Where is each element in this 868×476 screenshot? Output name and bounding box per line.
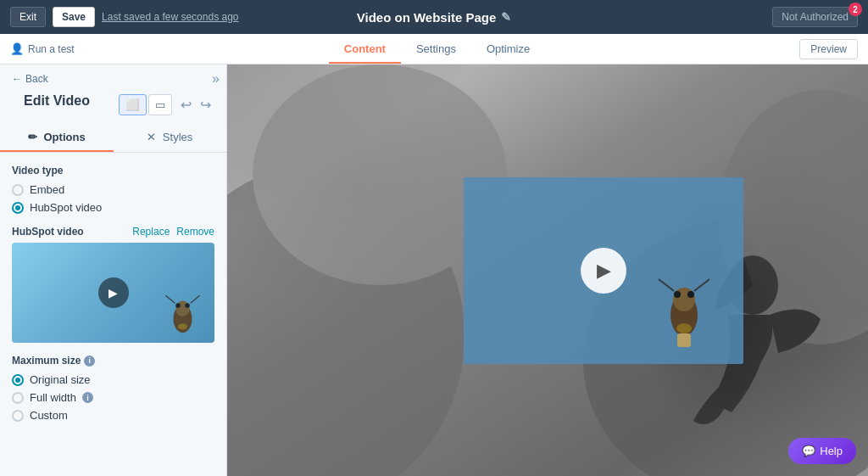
svg-point-3 [185, 303, 190, 308]
back-arrow-icon: ← [12, 73, 22, 85]
background-image: ▶ [227, 64, 868, 476]
svg-point-14 [674, 291, 681, 298]
embed-bug-graphic [650, 262, 718, 347]
top-bar-left: Exit Save Last saved a few seconds ago [10, 7, 238, 27]
video-embed-overlay[interactable]: ▶ [464, 177, 743, 364]
max-size-header: Maximum size i [12, 355, 214, 367]
options-tab-icon: ✏ [28, 131, 37, 143]
original-size-radio[interactable] [12, 374, 24, 386]
hubspot-video-section: HubSpot video Replace Remove ▶ [0, 226, 226, 343]
video-section-header: HubSpot video Replace Remove [12, 226, 214, 238]
redo-button[interactable]: ↪ [197, 95, 214, 115]
run-test-button[interactable]: 👤 Run a test [10, 42, 75, 55]
undo-redo-controls: ↩ ↪ [177, 95, 214, 115]
help-button[interactable]: 💬 Help [788, 438, 856, 464]
sidebar-toolbar: Edit Video ⬜ ▭ ↩ ↪ [0, 88, 226, 124]
collapse-sidebar-icon[interactable]: » [212, 71, 220, 87]
thumbnail-play-button[interactable]: ▶ [98, 277, 129, 308]
svg-line-5 [191, 295, 200, 303]
edit-title-icon[interactable]: ✎ [501, 10, 511, 24]
hubspot-video-option[interactable]: HubSpot video [12, 201, 214, 214]
svg-line-16 [659, 279, 674, 291]
tab-settings[interactable]: Settings [401, 36, 471, 64]
help-label: Help [820, 445, 843, 457]
back-label: Back [25, 73, 48, 85]
max-size-info-icon[interactable]: i [84, 356, 95, 367]
svg-point-15 [687, 291, 694, 298]
embed-label: Embed [30, 183, 64, 196]
main-layout: » ← Back Edit Video ⬜ ▭ ↩ ↪ [0, 64, 868, 476]
not-authorized-button[interactable]: Not Authorized 2 [772, 7, 858, 27]
custom-label: Custom [30, 409, 68, 422]
replace-link[interactable]: Replace [132, 226, 170, 238]
top-bar-right: Not Authorized 2 [772, 7, 858, 27]
hubspot-label: HubSpot video [30, 201, 102, 214]
last-saved-text: Last saved a few seconds ago [102, 11, 238, 23]
embed-radio[interactable] [12, 184, 24, 196]
svg-point-1 [175, 301, 190, 316]
view-toggles: ⬜ ▭ [119, 94, 172, 115]
styles-tab-icon: ✕ [147, 131, 156, 143]
bug-thumbnail-graphic [159, 283, 206, 339]
sidebar: » ← Back Edit Video ⬜ ▭ ↩ ↪ [0, 64, 227, 476]
desktop-view-button[interactable]: ⬜ [119, 94, 147, 115]
full-width-radio[interactable] [12, 392, 24, 404]
full-width-label: Full width [30, 391, 76, 404]
page-title-text: Video on Website Page [357, 10, 497, 25]
svg-point-6 [178, 323, 187, 329]
desktop-icon: ⬜ [125, 98, 140, 111]
svg-rect-19 [677, 333, 691, 347]
help-icon: 💬 [802, 445, 815, 457]
mobile-icon: ▭ [155, 98, 165, 111]
tab-optimize[interactable]: Optimize [471, 36, 545, 64]
embed-option[interactable]: Embed [12, 183, 214, 196]
original-size-option[interactable]: Original size [12, 373, 214, 386]
undo-button[interactable]: ↩ [177, 95, 195, 115]
notification-badge: 2 [849, 3, 862, 16]
back-button[interactable]: ← Back [0, 64, 226, 88]
run-test-icon: 👤 [10, 42, 24, 55]
main-tabs: Content Settings Optimize [329, 36, 545, 63]
sidebar-title: Edit Video [12, 92, 102, 117]
exit-button[interactable]: Exit [10, 7, 46, 27]
hubspot-radio[interactable] [12, 202, 24, 214]
tab-options[interactable]: ✏ Options [0, 124, 114, 152]
styles-tab-label: Styles [163, 131, 192, 143]
video-type-section: Video type Embed HubSpot video [0, 153, 226, 214]
remove-link[interactable]: Remove [176, 226, 214, 238]
run-test-label: Run a test [28, 43, 75, 55]
secondary-bar: 👤 Run a test Content Settings Optimize P… [0, 34, 868, 64]
top-bar: Exit Save Last saved a few seconds ago V… [0, 0, 868, 34]
custom-option[interactable]: Custom [12, 409, 214, 422]
video-type-label: Video type [12, 165, 214, 176]
sidebar-tabs: ✏ Options ✕ Styles [0, 124, 226, 153]
video-type-options: Embed HubSpot video [12, 183, 214, 214]
page-title: Video on Website Page ✎ [357, 10, 512, 25]
svg-point-2 [175, 303, 181, 308]
svg-line-17 [694, 279, 709, 291]
embed-play-button[interactable]: ▶ [581, 248, 626, 294]
svg-point-18 [676, 323, 692, 333]
max-size-section: Maximum size i Original size Full width … [0, 343, 226, 422]
full-width-info-icon[interactable]: i [82, 392, 93, 403]
options-tab-label: Options [44, 131, 86, 143]
video-thumbnail[interactable]: ▶ [12, 243, 214, 343]
custom-radio[interactable] [12, 410, 24, 422]
svg-line-4 [165, 295, 175, 303]
not-authorized-label: Not Authorized [782, 11, 849, 23]
mobile-view-button[interactable]: ▭ [148, 94, 172, 115]
original-size-label: Original size [30, 373, 91, 386]
hubspot-video-section-label: HubSpot video [12, 226, 84, 238]
full-width-option[interactable]: Full width i [12, 391, 214, 404]
save-button[interactable]: Save [53, 7, 95, 27]
content-area: ▶ 💬 Help [227, 64, 868, 476]
tab-content[interactable]: Content [329, 36, 401, 64]
preview-button[interactable]: Preview [799, 39, 858, 59]
video-actions: Replace Remove [132, 226, 214, 238]
top-bar-center: Video on Website Page ✎ [357, 10, 512, 25]
tab-styles[interactable]: ✕ Styles [114, 124, 227, 152]
max-size-label: Maximum size [12, 355, 81, 367]
max-size-options: Original size Full width i Custom [12, 373, 214, 422]
